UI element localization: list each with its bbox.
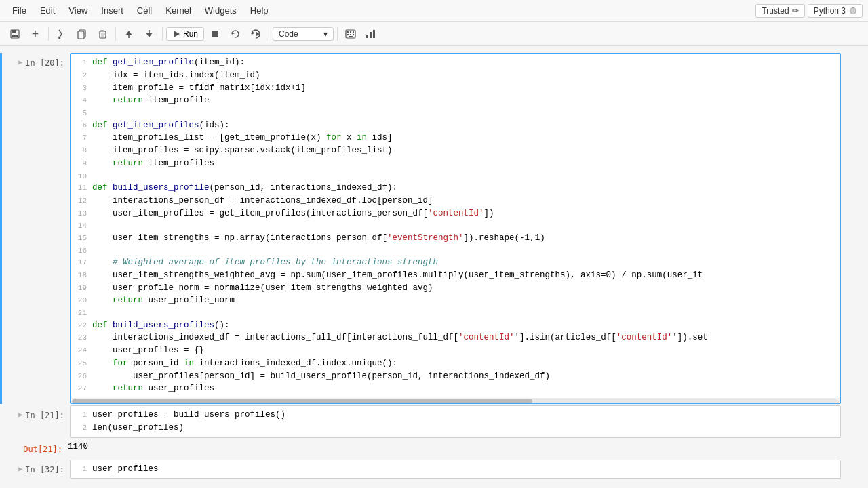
code-editor[interactable]: 1user_profiles: [71, 460, 840, 479]
code-line: 3 item_profile = tfidf_matrix[idx:idx+1]: [71, 82, 840, 95]
line-number: 18: [71, 269, 92, 281]
svg-rect-8: [100, 30, 104, 32]
cell-run-icon[interactable]: ▶: [18, 411, 22, 418]
code-cell[interactable]: ▶In [21]:1user_profiles = build_users_pr…: [0, 405, 868, 438]
code-line: 15 user_item_strengths = np.array(intera…: [71, 232, 840, 245]
line-number: 11: [71, 182, 92, 194]
svg-line-4: [58, 38, 60, 39]
line-number: 22: [71, 319, 92, 331]
cell-run-icon[interactable]: ▶: [18, 465, 22, 472]
line-number: 2: [71, 69, 92, 81]
menu-widgets[interactable]: Widgets: [198, 3, 243, 18]
stop-button[interactable]: [205, 25, 224, 43]
line-number: 27: [71, 382, 92, 394]
line-code: user_item_strengths = np.array(interacti…: [92, 232, 840, 245]
code-token: user_item_strengths = np.array(interacti…: [92, 233, 387, 243]
line-code: user_profiles: [92, 463, 840, 476]
menu-edit[interactable]: Edit: [33, 3, 62, 18]
line-number: 9: [71, 157, 92, 169]
kernel-status-icon: [850, 7, 856, 14]
code-token: interactions_person_df = interactions_in…: [92, 196, 433, 205]
cell-run-icon[interactable]: ▶: [18, 58, 22, 66]
save-button[interactable]: [5, 25, 24, 43]
scrollbar-thumb[interactable]: [72, 399, 532, 403]
move-up-button[interactable]: [119, 25, 138, 43]
svg-rect-25: [347, 34, 349, 35]
toolbar: + Run Code ▾: [0, 22, 868, 46]
code-token: get_item_profile: [113, 58, 194, 67]
restart-run-button[interactable]: [246, 25, 265, 43]
code-token: interactions_indexed_df = interactions_f…: [92, 333, 458, 342]
horizontal-scrollbar[interactable]: [71, 398, 840, 403]
menu-view[interactable]: View: [62, 3, 94, 18]
code-line: 11def build_users_profile(person_id, int…: [71, 182, 840, 195]
line-number: 2: [71, 422, 92, 434]
line-code: def build_users_profile(person_id, inter…: [92, 182, 840, 195]
cut-button[interactable]: [52, 25, 71, 43]
line-number: 14: [71, 220, 92, 232]
line-number: 7: [71, 131, 92, 144]
restart-button[interactable]: [226, 25, 245, 43]
svg-marker-18: [232, 32, 235, 35]
menu-insert[interactable]: Insert: [94, 3, 130, 18]
keyboard-button[interactable]: [341, 25, 360, 43]
line-code: return item_profile: [92, 94, 840, 107]
cell-code-content[interactable]: 1user_profiles = build_users_profiles()2…: [70, 405, 841, 438]
edit-icon: ✏: [792, 6, 799, 16]
output-value: 1140: [68, 442, 88, 451]
code-token: 'contentId': [428, 209, 484, 218]
cell-prompt: ▶In [32]:: [2, 460, 70, 479]
menu-cell[interactable]: Cell: [130, 3, 159, 18]
code-token: ]): [484, 209, 494, 218]
line-code: user_item_strengths_weighted_avg = np.su…: [92, 269, 840, 282]
svg-rect-6: [78, 31, 84, 39]
cell-type-select[interactable]: Code ▾: [273, 27, 334, 41]
menu-help[interactable]: Help: [243, 3, 275, 18]
code-token: idx = item_ids.index(item_id): [92, 70, 260, 80]
trusted-button[interactable]: Trusted ✏: [755, 4, 804, 18]
code-token: def: [92, 321, 113, 330]
code-token: ]).reshape(-1,1): [464, 233, 545, 243]
line-code: def build_users_profiles():: [92, 319, 840, 332]
code-cell[interactable]: ▶In [32]:1user_profiles: [0, 460, 868, 479]
add-cell-button[interactable]: +: [26, 25, 45, 43]
prompt-label: In [21]:: [25, 411, 64, 420]
svg-marker-16: [174, 30, 180, 37]
copy-button[interactable]: [73, 25, 92, 43]
scrollbar-track: [72, 399, 839, 403]
code-token: user_profile_norm = normalize(user_item_…: [92, 283, 433, 293]
notebook-area: ▶In [20]:1def get_item_profile(item_id):…: [0, 46, 868, 488]
menu-kernel[interactable]: Kernel: [159, 3, 198, 18]
cell-code-content[interactable]: 1user_profiles: [70, 460, 841, 479]
code-line: 27 return user_profiles: [71, 382, 840, 395]
code-line: 18 user_item_strengths_weighted_avg = np…: [71, 269, 840, 282]
separator-3: [162, 27, 163, 41]
code-token: get_item_profiles: [113, 121, 199, 130]
add-icon: +: [32, 28, 39, 40]
code-editor[interactable]: 1def get_item_profile(item_id):2 idx = i…: [71, 54, 840, 398]
code-token: 'contentId': [458, 333, 515, 342]
cell-code-content[interactable]: 1def get_item_profile(item_id):2 idx = i…: [70, 53, 841, 404]
code-line: 22def build_users_profiles():: [71, 319, 840, 332]
code-token: user_profiles = build_users_profiles(): [92, 410, 285, 420]
cell-prompt: ▶In [21]:: [2, 405, 70, 438]
code-cell[interactable]: ▶In [20]:1def get_item_profile(item_id):…: [0, 53, 868, 404]
code-token: for: [326, 133, 342, 142]
svg-rect-23: [350, 31, 351, 33]
move-down-button[interactable]: [140, 25, 159, 43]
code-editor[interactable]: 1user_profiles = build_users_profiles()2…: [71, 406, 840, 437]
code-line: 2len(user_profiles): [71, 422, 840, 434]
paste-button[interactable]: [93, 25, 112, 43]
svg-rect-28: [349, 36, 353, 37]
code-token: build_users_profile: [113, 183, 210, 192]
line-code: user_item_profiles = get_item_profiles(i…: [92, 207, 840, 220]
line-number: 15: [71, 232, 92, 244]
code-token: (item_id):: [194, 58, 245, 67]
run-button[interactable]: Run: [166, 27, 204, 41]
chart-button[interactable]: [361, 25, 380, 43]
menu-file[interactable]: File: [5, 3, 33, 18]
code-token: 'eventStrength': [387, 233, 464, 243]
svg-rect-31: [373, 30, 375, 38]
line-number: 25: [71, 357, 92, 369]
code-line: 23 interactions_indexed_df = interaction…: [71, 331, 840, 344]
